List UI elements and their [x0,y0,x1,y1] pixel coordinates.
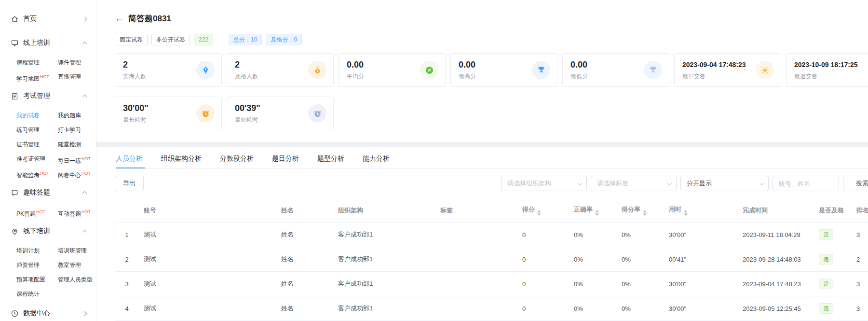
stat-value: 2023-10-09 18:17:25 [794,59,858,70]
table-row[interactable]: 2 测试 姓名 客户成功部1 0 0% 0% 00'41" 2023-09-28… [115,247,868,272]
search-input[interactable] [773,176,839,191]
sidebar-item-admin-personnel-type[interactable]: 管理人员类型 [58,272,96,287]
sidebar-item-classroom-management[interactable]: 教室管理 [58,258,96,272]
stat-card-highest-score: 0.00最高分 [450,53,557,87]
sidebar-item-offline-training[interactable]: 线下培训 [0,219,96,243]
chevron-down-icon [760,181,764,186]
sidebar-item-exam-management[interactable]: 考试管理 [0,84,96,108]
sidebar-item-my-papers[interactable]: 我的试卷 [16,108,58,123]
back-button[interactable]: ← [115,14,123,23]
select-placeholder: 请选择标签 [597,179,628,188]
sort-icon[interactable] [595,210,599,216]
sidebar-item-exam-permit-management[interactable]: 准考证管理 [16,152,58,166]
cell-accuracy: 0% [569,223,617,247]
sidebar-section-online-training: 线上培训 课程管理 课件管理 学习地图HOT 直播管理 [0,31,96,84]
sidebar-item-teacher-management[interactable]: 师资管理 [16,258,58,272]
cell-passed: 是 [814,296,852,321]
stat-label: 实考人数 [123,72,146,81]
cell-rank: 2 [852,247,868,272]
submenu-online-training: 课程管理 课件管理 学习地图HOT 直播管理 [0,55,96,84]
sidebar-item-fun-quiz[interactable]: 趣味答题 [0,181,96,205]
sidebar-item-learning-map[interactable]: 学习地图HOT [16,70,58,84]
stat-card-longest-duration: 30'00"最长耗时 [115,97,222,130]
cell-finish-time: 2023-09-28 14:48:03 [738,247,814,272]
sidebar-item-course-statistics[interactable]: 课程统计 [16,287,58,301]
cell-finish-time: 2023-09-05 12:25:45 [738,296,814,321]
sidebar-section-offline-training: 线下培训 培训计划 培训班管理 师资管理 教室管理 预算项配置 管理人员类型 课… [0,219,96,301]
sidebar-item-marking-center[interactable]: 阅卷中心HOT [58,166,96,181]
tab-personnel-analysis[interactable]: 人员分析 [115,149,152,168]
sidebar-item-budget-item-config[interactable]: 预算项配置 [16,272,58,287]
tab-org-structure-analysis[interactable]: 组织架构分析 [152,149,211,168]
sidebar-item-label: 培训计划 [16,247,40,254]
analysis-toolbar: 导出 请选择组织架构 请选择标签 分开显示 搜索 [115,176,868,191]
sidebar-item-course-management[interactable]: 课程管理 [16,55,58,70]
table-header-row: 账号 姓名 组织架构 标签 得分 正确率 得分率 用时 完成时间 是否及格 排名 [115,199,868,223]
tab-ability-analysis[interactable]: 能力分析 [353,149,399,168]
sidebar-item-live-management[interactable]: 直播管理 [58,70,96,84]
table-row[interactable]: 3 测试 姓名 客户成功部1 0 0% 0% 30'00" 2023-09-04… [115,272,868,296]
sidebar-item-interactive-quiz[interactable]: 互动答题HOT [58,205,96,219]
hot-badge: HOT [81,209,91,214]
col-header-accuracy[interactable]: 正确率 [569,199,617,223]
sidebar-section-data-center: 数据中心 [0,301,96,321]
tag-select[interactable]: 请选择标签 [591,176,677,191]
col-header-rank: 排名 [852,199,868,223]
sidebar-item-practice-management[interactable]: 练习管理 [16,123,58,137]
col-header-label: 正确率 [574,206,593,213]
table-row[interactable]: 1 测试 姓名 客户成功部1 0 0% 0% 30'00" 2023-09-11… [115,223,868,247]
stat-value: 00'39" [235,103,260,113]
org-structure-select[interactable]: 请选择组织架构 [501,176,587,191]
sidebar-item-label: 趣味答题 [23,188,50,197]
clock-icon [11,309,19,318]
sidebar-item-label: 师资管理 [16,262,40,268]
col-header-score[interactable]: 得分 [517,199,569,223]
stat-card-lowest-score: 0.00最低分 [562,53,669,87]
hot-badge: HOT [40,74,49,79]
tab-score-range-analysis[interactable]: 分数段分析 [211,149,263,168]
tab-question-analysis[interactable]: 题目分析 [263,149,308,168]
cell-duration: 30'00" [664,296,738,321]
search-button[interactable]: 搜索 [843,176,868,191]
col-header-name: 姓名 [276,199,333,223]
sidebar-item-home[interactable]: 首页 [0,7,96,31]
export-button[interactable]: 导出 [115,176,144,191]
cell-score: 0 [517,272,569,296]
sort-icon[interactable] [684,210,688,216]
sidebar-item-label: 证书管理 [16,141,40,148]
table-row[interactable]: 4 测试 姓名 客户成功部1 0 0% 0% 30'00" 2023-09-05… [115,296,868,321]
hot-badge: HOT [81,171,91,176]
sidebar-item-label: 学习地图 [16,75,40,82]
cell-org: 客户成功部1 [333,247,435,272]
sidebar-item-smart-proctoring[interactable]: 智能监考HOT [16,166,58,181]
chevron-up-icon [82,94,87,99]
submenu-exam-management: 我的试卷 我的题库 练习管理 打卡学习 证书管理 随堂检测 准考证管理 每日一练… [0,108,96,181]
sidebar-item-in-class-quiz[interactable]: 随堂检测 [58,137,96,152]
sidebar-item-courseware-management[interactable]: 课件管理 [58,55,96,70]
display-mode-select[interactable]: 分开显示 [680,176,769,191]
sidebar-item-certificate-management[interactable]: 证书管理 [16,137,58,152]
tab-question-type-analysis[interactable]: 题型分析 [308,149,353,168]
stat-label: 最早交卷 [682,72,746,81]
sidebar-item-label: 每日一练 [58,157,81,164]
cell-tag [435,272,517,296]
sort-icon[interactable] [537,210,541,216]
sidebar-item-online-training[interactable]: 线上培训 [0,31,96,55]
sidebar-item-label: 我的试卷 [16,112,40,119]
sidebar-item-daily-practice[interactable]: 每日一练HOT [58,152,96,166]
sidebar-item-data-center[interactable]: 数据中心 [0,301,96,321]
sidebar-item-checkin-study[interactable]: 打卡学习 [58,123,96,137]
sidebar-item-training-plan[interactable]: 培训计划 [16,243,58,258]
col-header-label: 用时 [669,206,681,213]
col-header-score-rate[interactable]: 得分率 [617,199,664,223]
monitor-icon [11,39,19,47]
sidebar-item-pk-quiz[interactable]: PK答题HOT [16,205,58,219]
cell-score-rate: 0% [617,223,664,247]
sidebar-item-my-question-bank[interactable]: 我的题库 [58,108,96,123]
chevron-right-icon [82,16,87,21]
exam-header-panel: ← 简答题0831 固定试卷 非公开试卷 222 总分：10 及格分：0 2实考… [96,0,868,142]
home-icon [11,15,19,23]
sidebar-item-training-class-management[interactable]: 培训班管理 [58,243,96,258]
col-header-duration[interactable]: 用时 [664,199,738,223]
sort-icon[interactable] [643,210,647,216]
